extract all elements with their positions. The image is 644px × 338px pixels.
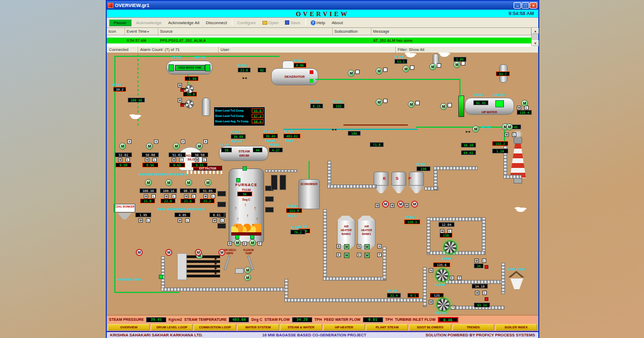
- value-box[interactable]: 186: [348, 131, 361, 136]
- motor-indicator[interactable]: M: [244, 267, 251, 274]
- value-box[interactable]: 76.2: [290, 230, 305, 234]
- drum-level-value[interactable]: 58.9: [252, 119, 264, 123]
- motor-indicator[interactable]: M: [218, 249, 225, 256]
- pump-icon[interactable]: [185, 100, 194, 108]
- value-box[interactable]: 110: [440, 233, 452, 238]
- nav-button-steam-water[interactable]: STEAM & WATER: [280, 324, 322, 330]
- value-box[interactable]: 0.06: [294, 63, 306, 68]
- motor-indicator[interactable]: M: [344, 253, 349, 258]
- coal-bunker[interactable]: COAL BUNKER: [114, 204, 135, 212]
- toolbar-button-disconnect[interactable]: Disconnect: [204, 20, 229, 26]
- motor-indicator[interactable]: M: [402, 65, 409, 72]
- value-box[interactable]: 1.29: [492, 149, 508, 153]
- chimney[interactable]: [510, 144, 526, 178]
- motor-indicator[interactable]: M: [234, 239, 241, 246]
- fan-icon[interactable]: [435, 268, 449, 282]
- nav-button-water-system[interactable]: WATER SYSTEM: [237, 324, 279, 330]
- valve-icon[interactable]: ▶◀: [466, 130, 470, 133]
- motor-indicator[interactable]: M: [376, 99, 383, 106]
- motor-indicator[interactable]: M: [136, 249, 143, 256]
- hp-water-tank[interactable]: HP WATER: [465, 98, 514, 115]
- minimize-button[interactable]: –: [514, 2, 521, 9]
- esp[interactable]: E S P: [374, 172, 425, 196]
- dosing-tank[interactable]: [202, 98, 210, 116]
- nav-button-combustion-loop[interactable]: COMBUSTION LOOP: [194, 324, 236, 330]
- alarm-list[interactable]: 9:54:57 AMPPS.PS03.AT_202_ALM.AAT_202 AL…: [107, 35, 531, 46]
- alarm-column-event time[interactable]: Event Time ▼: [125, 28, 158, 35]
- toolbar-button-about[interactable]: About: [330, 20, 345, 26]
- motor-indicator[interactable]: M: [472, 126, 479, 133]
- value-box[interactable]: 110.1: [404, 219, 420, 224]
- value-box[interactable]: 212.8: [286, 208, 302, 213]
- toolbar-button-acknowledge-all[interactable]: Acknowledge All: [166, 20, 201, 26]
- motor-indicator[interactable]: M: [196, 143, 203, 150]
- value-box[interactable]: 100 40: [128, 98, 145, 102]
- value-box[interactable]: 34: [474, 263, 484, 268]
- value-box[interactable]: 39.89: [231, 134, 246, 139]
- value-box[interactable]: 53.1: [394, 59, 407, 64]
- title-bar[interactable]: OVERVIEW.gr1 – □ ×: [107, 1, 538, 10]
- value-box[interactable]: 51.02: [115, 152, 132, 157]
- value-box[interactable]: 403.62: [283, 134, 301, 138]
- value-box[interactable]: 21.8: [140, 199, 155, 203]
- alarm-row[interactable]: 9:54:57 AMPPS.PS03.AT_202_ALM.AAT_202 AL…: [107, 38, 531, 43]
- value-box[interactable]: 21.6: [180, 199, 195, 203]
- alarm-column-message[interactable]: Message: [371, 28, 531, 35]
- air-heater-bank2[interactable]: AIR HEATER BANK2: [337, 220, 355, 246]
- value-box[interactable]: 4.05: [174, 212, 191, 217]
- value-box[interactable]: 44: [253, 148, 262, 152]
- toolbar-button-pause[interactable]: Pause: [109, 19, 131, 26]
- valve-icon[interactable]: ▶◀: [332, 128, 336, 131]
- sort-icon[interactable]: ▼: [147, 30, 150, 33]
- economiser[interactable]: ECONOMISER: [298, 179, 320, 209]
- value-box[interactable]: 1.95: [135, 212, 151, 217]
- value-box[interactable]: 51.01: [169, 152, 186, 157]
- nav-button-boiler-index[interactable]: BOILER INDEX: [495, 324, 537, 330]
- value-box[interactable]: 56: [237, 192, 252, 196]
- value-box[interactable]: 9.58: [115, 163, 131, 167]
- alarm-list-header[interactable]: IconEvent Time ▼SourceSubconditionMessag…: [107, 28, 531, 35]
- valve-icon[interactable]: ▶◀: [243, 76, 247, 79]
- motor-indicator[interactable]: M: [173, 143, 180, 150]
- plenum-hopper[interactable]: AIR DISCH DMPR PLENUM TEMP: [222, 248, 257, 274]
- value-box[interactable]: 112.2: [492, 141, 508, 146]
- motor-indicator[interactable]: M: [440, 103, 447, 110]
- motor-indicator[interactable]: M: [364, 244, 370, 249]
- motor-indicator[interactable]: M: [429, 63, 436, 70]
- value-box[interactable]: 53.7: [496, 71, 510, 76]
- close-button[interactable]: ×: [530, 2, 537, 9]
- value-box[interactable]: 50.50: [191, 152, 208, 157]
- drum-level-value[interactable]: 55.8: [252, 108, 264, 113]
- fan-icon[interactable]: [436, 298, 450, 312]
- motor-indicator[interactable]: M: [165, 249, 172, 256]
- value-box[interactable]: 22.0: [160, 199, 175, 203]
- value-box[interactable]: 110.4: [517, 110, 532, 115]
- value-box[interactable]: 39.2: [113, 87, 126, 92]
- value-box[interactable]: 0.15: [310, 104, 323, 108]
- valve-icon[interactable]: ▶◀: [181, 87, 186, 90]
- value-box[interactable]: 9.56: [142, 163, 158, 167]
- motor-indicator[interactable]: M: [244, 274, 251, 281]
- motor-indicator[interactable]: M: [364, 253, 370, 258]
- motor-indicator[interactable]: M: [146, 143, 153, 150]
- motor-indicator[interactable]: M: [397, 201, 404, 208]
- motor-indicator[interactable]: M: [249, 239, 256, 246]
- value-box[interactable]: 14.10: [472, 284, 488, 289]
- motor-indicator[interactable]: M: [382, 201, 389, 208]
- motor-indicator[interactable]: M: [348, 70, 355, 77]
- value-box[interactable]: -1.80: [185, 76, 199, 81]
- nav-button-plant-steam[interactable]: PLANT STEAM: [366, 324, 408, 330]
- nav-button-drum-level-loop[interactable]: DRUM LEVEL LOOP: [151, 324, 193, 330]
- motor-indicator[interactable]: M: [506, 123, 513, 130]
- motor-indicator[interactable]: M: [119, 143, 126, 150]
- motor-indicator[interactable]: M: [411, 201, 418, 208]
- value-box[interactable]: 64.62: [461, 150, 476, 155]
- fan-icon[interactable]: [443, 240, 457, 254]
- nav-button-hp-heater[interactable]: HP HEATER: [323, 324, 365, 330]
- motor-indicator[interactable]: M: [408, 101, 415, 108]
- dust-cone[interactable]: [510, 278, 523, 289]
- value-box[interactable]: 152: [333, 104, 345, 108]
- scroll-down-icon[interactable]: ▼: [532, 40, 539, 46]
- value-box[interactable]: 150: [416, 166, 430, 171]
- toolbar-button-help[interactable]: ?Help: [309, 20, 327, 26]
